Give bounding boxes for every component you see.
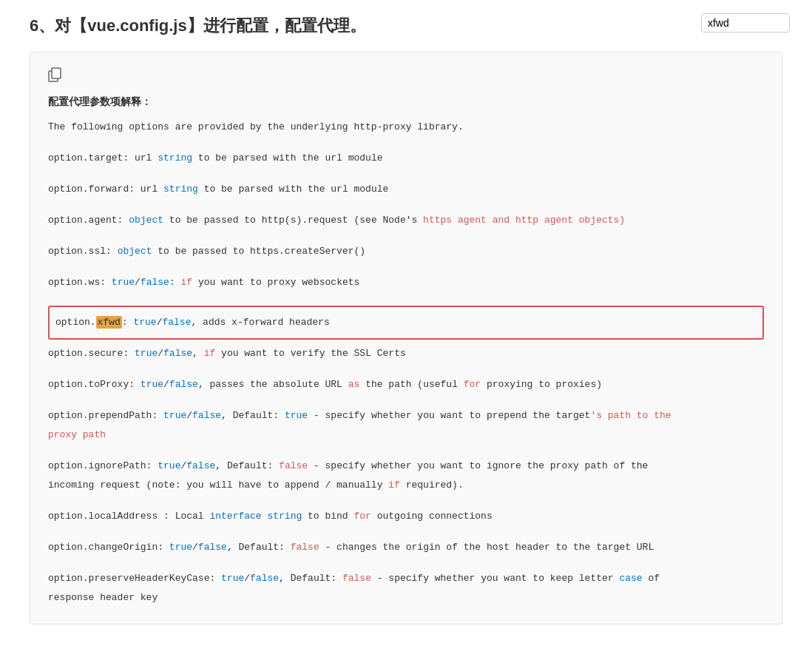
option-changeorigin-line: option.changeOrigin: true/false, Default… [48,536,764,559]
option-ssl-line: option.ssl: object to be passed to https… [48,240,764,263]
keyword-false-prepend: false [192,410,221,421]
suffix-red-prepend: 's path to the proxy path [48,410,671,440]
keyword-true-preserve: true [221,573,244,584]
keyword-false-ignore: false [186,460,215,471]
keyword-false-change: false [198,542,227,553]
keyword-true-secure: true [135,348,158,359]
page-container: 6、对【vue.config.js】进行配置，配置代理。 配置代理参数项解释： … [0,0,812,663]
keyword-if-ignore: if [388,479,400,491]
keyword-object-agent: object [129,215,163,226]
keyword-if-secure: if [204,348,216,359]
keyword-default-true-prepend: true [285,410,308,421]
keyword-string-target: string [158,152,192,164]
keyword-object-ssl: object [118,246,152,257]
keyword-if-ws: if [180,277,192,288]
keyword-default-false-change: false [291,542,319,553]
keyword-true-xfwd: true [133,317,156,328]
intro-line: The following options are provided by th… [48,116,764,138]
copy-icon[interactable] [48,67,66,85]
keyword-for-local: for [353,511,371,522]
keyword-false-preserve: false [250,573,279,584]
option-xfwd-highlighted: option.xfwd: true/false, adds x-forward … [48,306,764,340]
link-https-agent: https agent and http agent objects) [423,215,625,226]
keyword-for-toproxy: for [464,379,481,390]
keyword-false-secure: false [163,348,192,359]
keyword-as-toproxy: as [348,379,360,390]
section-label: 配置代理参数项解释： [48,91,764,112]
keyword-false-toproxy: false [169,379,198,390]
option-ignorepath-line: option.ignorePath: true/false, Default: … [48,455,764,497]
option-prependpath-line: option.prependPath: true/false, Default:… [48,405,764,446]
content-block: 配置代理参数项解释： The following options are pro… [30,52,782,625]
keyword-false-ws: false [141,277,169,288]
keyword-true-change: true [169,542,192,553]
keyword-default-false-ignore: false [279,460,308,471]
option-xfwd-line: option.xfwd: true/false, adds x-forward … [55,312,757,334]
search-input[interactable] [701,13,790,33]
keyword-case-preserve: case [619,573,642,584]
page-title: 6、对【vue.config.js】进行配置，配置代理。 [30,15,782,37]
keyword-default-false-preserve: false [342,573,371,584]
keyword-string-forward: string [163,184,198,195]
keyword-true-ws: true [112,277,135,288]
keyword-true-ignore: true [158,460,180,471]
option-localaddress-line: option.localAddress : Local interface st… [48,505,764,528]
option-agent-line: option.agent: object to be passed to htt… [48,209,764,232]
keyword-true-prepend: true [163,410,186,421]
keyword-false-xfwd: false [162,317,191,328]
keyword-true-toproxy: true [141,379,163,390]
option-secure-line: option.secure: true/false, if you want t… [48,343,764,365]
option-preserveheader-line: option.preserveHeaderKeyCase: true/false… [48,568,764,609]
option-toproxy-line: option.toProxy: true/false, passes the a… [48,374,764,396]
option-ws-line: option.ws: true/false: if you want to pr… [48,272,764,294]
svg-rect-1 [52,68,61,78]
option-forward-line: option.forward: url string to be parsed … [48,178,764,201]
xfwd-highlight: xfwd [96,316,122,329]
keyword-interface-string: interface string [209,511,302,522]
option-target-line: option.target: url string to be parsed w… [48,147,764,169]
